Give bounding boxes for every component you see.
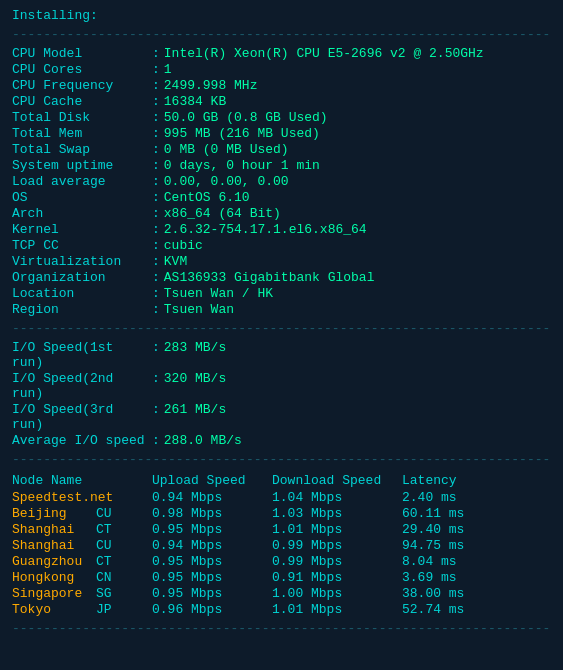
info-value: Tsuen Wan / HK	[164, 286, 273, 301]
info-label: Virtualization	[12, 254, 152, 269]
info-row: Total Mem : 995 MB (216 MB Used)	[12, 126, 551, 141]
info-colon: :	[152, 254, 160, 269]
info-value: 0.00, 0.00, 0.00	[164, 174, 289, 189]
info-row: CPU Frequency : 2499.998 MHz	[12, 78, 551, 93]
info-label: Organization	[12, 270, 152, 285]
download-speed: 0.91 Mbps	[272, 570, 402, 585]
upload-speed: 0.94 Mbps	[152, 490, 272, 505]
latency-val: 8.04 ms	[402, 554, 482, 569]
info-value: Tsuen Wan	[164, 302, 234, 317]
info-label: Kernel	[12, 222, 152, 237]
info-row: CPU Cores : 1	[12, 62, 551, 77]
info-label: TCP CC	[12, 238, 152, 253]
info-value: CentOS 6.10	[164, 190, 250, 205]
io-colon: :	[152, 371, 160, 401]
table-row: SingaporeSG 0.95 Mbps 1.00 Mbps 38.00 ms	[12, 586, 551, 601]
io-label: Average I/O speed	[12, 433, 152, 448]
info-value: 1	[164, 62, 172, 77]
col-header-download: Download Speed	[272, 473, 402, 488]
node-name: Singapore	[12, 586, 92, 601]
info-label: CPU Model	[12, 46, 152, 61]
info-row: Total Swap : 0 MB (0 MB Used)	[12, 142, 551, 157]
node-code: SG	[96, 586, 128, 601]
info-colon: :	[152, 62, 160, 77]
download-speed: 1.00 Mbps	[272, 586, 402, 601]
node-name: Hongkong	[12, 570, 92, 585]
info-row: Virtualization : KVM	[12, 254, 551, 269]
io-section: I/O Speed(1st run) : 283 MB/s I/O Speed(…	[12, 340, 551, 448]
info-label: CPU Frequency	[12, 78, 152, 93]
info-label: OS	[12, 190, 152, 205]
info-label: CPU Cache	[12, 94, 152, 109]
col-header-latency: Latency	[402, 473, 482, 488]
info-colon: :	[152, 110, 160, 125]
node-name: Speedtest.net	[12, 490, 152, 505]
info-row: Kernel : 2.6.32-754.17.1.el6.x86_64	[12, 222, 551, 237]
node-cell: HongkongCN	[12, 570, 152, 585]
node-cell: ShanghaiCU	[12, 538, 152, 553]
page-title: Installing:	[12, 8, 551, 23]
table-row: GuangzhouCT 0.95 Mbps 0.99 Mbps 8.04 ms	[12, 554, 551, 569]
info-label: Total Disk	[12, 110, 152, 125]
info-colon: :	[152, 206, 160, 221]
download-speed: 1.01 Mbps	[272, 522, 402, 537]
io-label: I/O Speed(2nd run)	[12, 371, 152, 401]
node-cell: ShanghaiCT	[12, 522, 152, 537]
col-header-node: Node Name	[12, 473, 152, 488]
info-value: 50.0 GB (0.8 GB Used)	[164, 110, 328, 125]
info-colon: :	[152, 142, 160, 157]
io-colon: :	[152, 402, 160, 432]
table-row: ShanghaiCT 0.95 Mbps 1.01 Mbps 29.40 ms	[12, 522, 551, 537]
info-colon: :	[152, 78, 160, 93]
info-label: CPU Cores	[12, 62, 152, 77]
info-label: Total Mem	[12, 126, 152, 141]
info-value: AS136933 Gigabitbank Global	[164, 270, 375, 285]
info-row: Location : Tsuen Wan / HK	[12, 286, 551, 301]
node-code: CT	[96, 554, 128, 569]
divider-io: ----------------------------------------…	[12, 452, 551, 467]
upload-speed: 0.95 Mbps	[152, 570, 272, 585]
io-value: 320 MB/s	[164, 371, 226, 401]
node-name: Beijing	[12, 506, 92, 521]
info-row: Load average : 0.00, 0.00, 0.00	[12, 174, 551, 189]
info-row: Arch : x86_64 (64 Bit)	[12, 206, 551, 221]
info-label: Load average	[12, 174, 152, 189]
table-row: HongkongCN 0.95 Mbps 0.91 Mbps 3.69 ms	[12, 570, 551, 585]
info-value: 16384 KB	[164, 94, 226, 109]
table-header: Node Name Upload Speed Download Speed La…	[12, 473, 551, 488]
node-code: CU	[96, 538, 128, 553]
node-code: CT	[96, 522, 128, 537]
download-speed: 0.99 Mbps	[272, 538, 402, 553]
info-value: 995 MB (216 MB Used)	[164, 126, 320, 141]
info-label: Arch	[12, 206, 152, 221]
table-row: ShanghaiCU 0.94 Mbps 0.99 Mbps 94.75 ms	[12, 538, 551, 553]
info-row: Region : Tsuen Wan	[12, 302, 551, 317]
sysinfo-section: CPU Model : Intel(R) Xeon(R) CPU E5-2696…	[12, 46, 551, 317]
col-header-upload: Upload Speed	[152, 473, 272, 488]
node-code: CN	[96, 570, 128, 585]
info-colon: :	[152, 222, 160, 237]
divider-top: ----------------------------------------…	[12, 27, 551, 42]
latency-val: 2.40 ms	[402, 490, 482, 505]
node-cell: BeijingCU	[12, 506, 152, 521]
table-row: Speedtest.net 0.94 Mbps 1.04 Mbps 2.40 m…	[12, 490, 551, 505]
upload-speed: 0.94 Mbps	[152, 538, 272, 553]
info-value: 0 days, 0 hour 1 min	[164, 158, 320, 173]
upload-speed: 0.95 Mbps	[152, 554, 272, 569]
table-row: BeijingCU 0.98 Mbps 1.03 Mbps 60.11 ms	[12, 506, 551, 521]
info-value: Intel(R) Xeon(R) CPU E5-2696 v2 @ 2.50GH…	[164, 46, 484, 61]
upload-speed: 0.96 Mbps	[152, 602, 272, 617]
divider-bottom: ----------------------------------------…	[12, 621, 551, 636]
node-cell: SingaporeSG	[12, 586, 152, 601]
node-code: JP	[96, 602, 128, 617]
node-name: Shanghai	[12, 522, 92, 537]
info-colon: :	[152, 94, 160, 109]
info-row: CPU Model : Intel(R) Xeon(R) CPU E5-2696…	[12, 46, 551, 61]
node-cell: TokyoJP	[12, 602, 152, 617]
info-value: cubic	[164, 238, 203, 253]
node-code: CU	[96, 506, 128, 521]
latency-val: 38.00 ms	[402, 586, 482, 601]
divider-mid: ----------------------------------------…	[12, 321, 551, 336]
network-table: Node Name Upload Speed Download Speed La…	[12, 473, 551, 617]
latency-val: 29.40 ms	[402, 522, 482, 537]
